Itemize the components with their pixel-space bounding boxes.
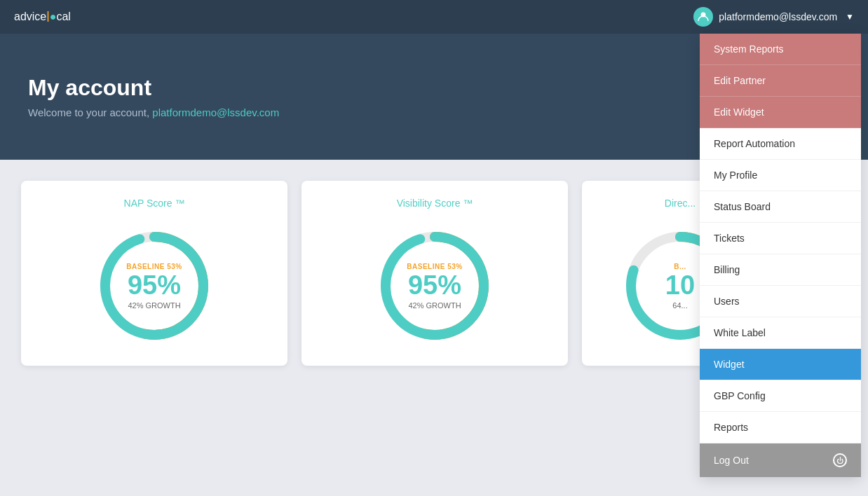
dropdown-item-report-automation[interactable]: Report Automation: [700, 128, 861, 160]
visibility-score-center: BASELINE 53% 95% 42% GROWTH: [407, 263, 462, 310]
logout-button[interactable]: Log Out ⏻: [700, 443, 861, 477]
logo: advicel●cal: [14, 9, 71, 25]
user-email-label: platformdemo@lssdev.com: [719, 11, 837, 22]
dropdown-admin-section: System Reports Edit Partner Edit Widget: [700, 34, 861, 128]
dropdown-item-widget[interactable]: Widget: [700, 349, 861, 380]
user-menu-trigger[interactable]: platformdemo@lssdev.com ▼: [693, 7, 854, 27]
dropdown-item-gbp-config[interactable]: GBP Config: [700, 380, 861, 412]
nap-score-card: NAP Score ™ BASELINE 53% 95% 42% GROWTH: [21, 181, 287, 366]
dropdown-item-status-board[interactable]: Status Board: [700, 191, 861, 223]
logo-local-text: ●: [50, 11, 57, 23]
dropdown-item-reports[interactable]: Reports: [700, 412, 861, 443]
nap-score-center: BASELINE 53% 95% 42% GROWTH: [126, 263, 182, 310]
dropdown-item-billing[interactable]: Billing: [700, 254, 861, 286]
dropdown-item-tickets[interactable]: Tickets: [700, 223, 861, 254]
dropdown-item-users[interactable]: Users: [700, 286, 861, 317]
dropdown-item-edit-widget[interactable]: Edit Widget: [700, 97, 861, 128]
dropdown-item-edit-partner[interactable]: Edit Partner: [700, 65, 861, 97]
visibility-score-donut: BASELINE 53% 95% 42% GROWTH: [372, 223, 498, 349]
visibility-score-card: Visibility Score ™ BASELINE 53% 95% 42% …: [301, 181, 568, 366]
directory-score-title: Direc...: [665, 198, 696, 209]
nap-score-donut: BASELINE 53% 95% 42% GROWTH: [91, 223, 217, 349]
dropdown-item-white-label[interactable]: White Label: [700, 317, 861, 349]
header: advicel●cal platformdemo@lssdev.com ▼: [0, 0, 868, 34]
welcome-email-link[interactable]: platformdemo@lssdev.com: [152, 106, 279, 118]
directory-score-center: B... 10 64...: [665, 263, 695, 310]
visibility-score-title: Visibility Score ™: [397, 198, 473, 209]
nap-score-title: NAP Score ™: [124, 198, 185, 209]
dropdown-item-system-reports[interactable]: System Reports: [700, 34, 861, 65]
logo-advice-text: advice: [14, 11, 46, 23]
user-avatar-icon: [693, 7, 713, 27]
dropdown-item-my-profile[interactable]: My Profile: [700, 160, 861, 191]
logout-label: Log Out: [714, 455, 749, 466]
chevron-down-icon: ▼: [846, 12, 854, 22]
logo-rest: cal: [56, 11, 70, 23]
power-icon: ⏻: [833, 453, 847, 467]
dropdown-menu: System Reports Edit Partner Edit Widget …: [700, 34, 861, 477]
